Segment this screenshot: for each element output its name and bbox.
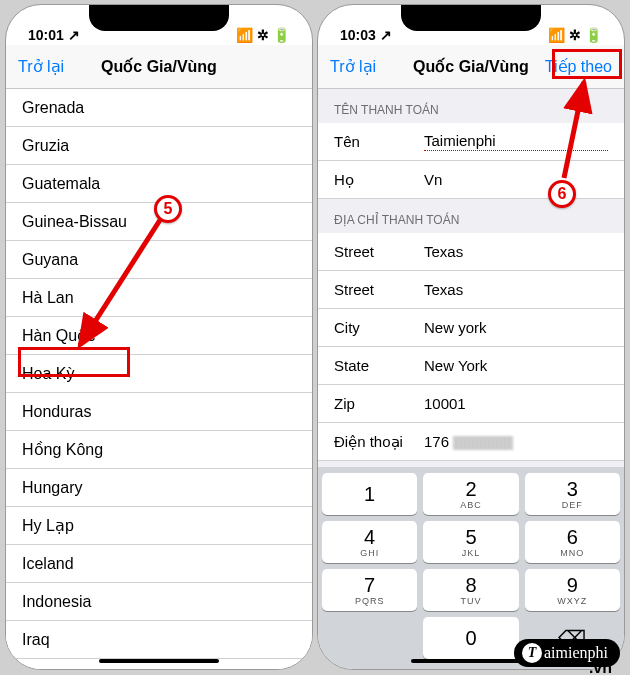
- location-icon: ↗: [68, 27, 80, 43]
- location-icon: ↗: [380, 27, 392, 43]
- status-time: 10:01: [28, 27, 64, 43]
- country-row[interactable]: Hồng Kông: [6, 431, 312, 469]
- battery-icon: 🔋: [273, 27, 290, 43]
- key-1[interactable]: 1: [322, 473, 417, 515]
- form-value[interactable]: Vn: [424, 171, 608, 188]
- key-3[interactable]: 3DEF: [525, 473, 620, 515]
- country-row[interactable]: Grenada: [6, 89, 312, 127]
- country-row[interactable]: Gruzia: [6, 127, 312, 165]
- annotation-box-hoaky: [18, 347, 130, 377]
- country-row[interactable]: Hungary: [6, 469, 312, 507]
- form-row[interactable]: TênTaimienphi: [318, 123, 624, 161]
- back-button[interactable]: Trở lại: [330, 57, 410, 76]
- form-value[interactable]: New York: [424, 357, 608, 374]
- annotation-box-next: [552, 49, 622, 79]
- key-blank: [322, 617, 417, 659]
- key-7[interactable]: 7PQRS: [322, 569, 417, 611]
- status-time: 10:03: [340, 27, 376, 43]
- form-content: TÊN THANH TOÁN TênTaimienphiHọVn ĐỊA CHỈ…: [318, 89, 624, 467]
- form-value[interactable]: 10001: [424, 395, 608, 412]
- country-row[interactable]: Iraq: [6, 621, 312, 659]
- form-row[interactable]: StateNew York: [318, 347, 624, 385]
- form-value[interactable]: Taimienphi: [424, 132, 608, 151]
- form-value[interactable]: 176: [424, 433, 608, 450]
- country-row[interactable]: Indonesia: [6, 583, 312, 621]
- form-label: Tên: [334, 133, 424, 150]
- page-title: Quốc Gia/Vùng: [413, 57, 529, 76]
- form-label: Họ: [334, 171, 424, 189]
- form-label: Điện thoại: [334, 433, 424, 451]
- form-label: Street: [334, 243, 424, 260]
- phone-left: 10:01 ↗ 📶 ✲ 🔋 Trở lại Quốc Gia/Vùng Gren…: [5, 4, 313, 670]
- annotation-badge-6: 6: [548, 180, 576, 208]
- back-button[interactable]: Trở lại: [18, 57, 98, 76]
- form-row[interactable]: Điện thoại176: [318, 423, 624, 461]
- country-list[interactable]: GrenadaGruziaGuatemalaGuinea-BissauGuyan…: [6, 89, 312, 669]
- watermark-sub: .vn: [589, 659, 612, 675]
- form-row[interactable]: StreetTexas: [318, 233, 624, 271]
- form-row[interactable]: StreetTexas: [318, 271, 624, 309]
- signal-icon: 📶: [548, 27, 565, 43]
- battery-icon: 🔋: [585, 27, 602, 43]
- wifi-icon: ✲: [569, 27, 581, 43]
- annotation-badge-5: 5: [154, 195, 182, 223]
- nav-bar: Trở lại Quốc Gia/Vùng: [6, 45, 312, 89]
- key-8[interactable]: 8TUV: [423, 569, 518, 611]
- section-header-payaddr: ĐỊA CHỈ THANH TOÁN: [318, 199, 624, 233]
- country-row[interactable]: Hà Lan: [6, 279, 312, 317]
- key-0[interactable]: 0: [423, 617, 518, 659]
- home-indicator[interactable]: [411, 659, 531, 663]
- form-row[interactable]: CityNew york: [318, 309, 624, 347]
- form-value[interactable]: New york: [424, 319, 608, 336]
- signal-icon: 📶: [236, 27, 253, 43]
- key-5[interactable]: 5JKL: [423, 521, 518, 563]
- form-label: Zip: [334, 395, 424, 412]
- country-row[interactable]: Guyana: [6, 241, 312, 279]
- key-4[interactable]: 4GHI: [322, 521, 417, 563]
- key-2[interactable]: 2ABC: [423, 473, 518, 515]
- home-indicator[interactable]: [99, 659, 219, 663]
- form-label: City: [334, 319, 424, 336]
- key-9[interactable]: 9WXYZ: [525, 569, 620, 611]
- phone-right: 10:03 ↗ 📶 ✲ 🔋 Trở lại Quốc Gia/Vùng Tiếp…: [317, 4, 625, 670]
- form-label: Street: [334, 281, 424, 298]
- form-row[interactable]: HọVn: [318, 161, 624, 199]
- watermark-t-icon: T: [522, 643, 542, 663]
- country-row[interactable]: Honduras: [6, 393, 312, 431]
- form-row[interactable]: Zip10001: [318, 385, 624, 423]
- page-title: Quốc Gia/Vùng: [101, 57, 217, 76]
- notch: [401, 5, 541, 31]
- wifi-icon: ✲: [257, 27, 269, 43]
- form-label: State: [334, 357, 424, 374]
- country-row[interactable]: Iceland: [6, 545, 312, 583]
- key-6[interactable]: 6MNO: [525, 521, 620, 563]
- country-row[interactable]: Hy Lạp: [6, 507, 312, 545]
- section-header-payname: TÊN THANH TOÁN: [318, 89, 624, 123]
- masked-digits: [453, 436, 513, 450]
- form-value[interactable]: Texas: [424, 281, 608, 298]
- form-value[interactable]: Texas: [424, 243, 608, 260]
- notch: [89, 5, 229, 31]
